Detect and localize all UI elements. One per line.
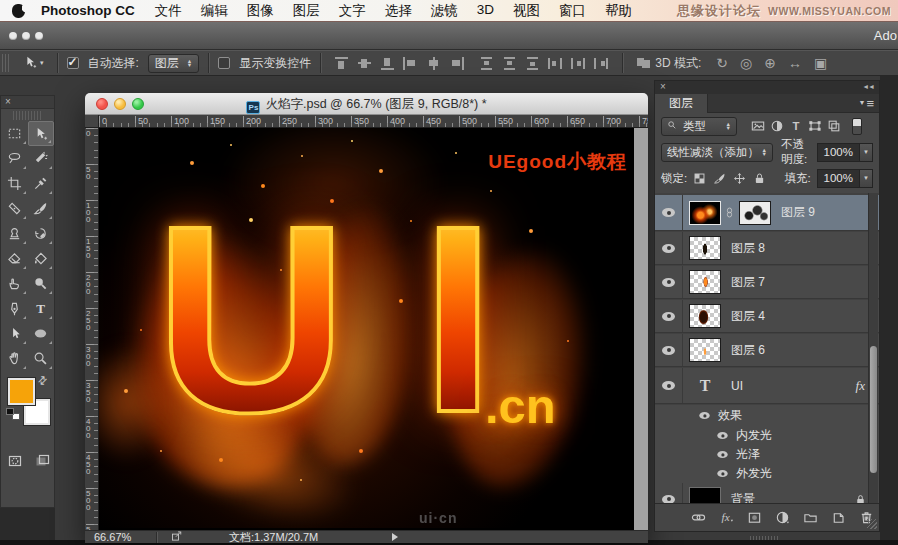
layer-row-1[interactable]: 图层 8 [655,232,879,265]
magic-wand-tool[interactable] [28,146,54,171]
screen-mode-tool[interactable] [29,448,55,473]
lasso-tool[interactable] [2,146,28,171]
tools-panel-grip[interactable] [13,111,42,120]
layer-style-button[interactable]: fx [719,510,734,525]
visibility-eye-icon[interactable] [699,412,709,419]
spot-healing-tool[interactable] [2,196,28,221]
3d-rotate-icon[interactable]: ↻ [716,56,728,70]
menu-item-5[interactable]: 选择 [385,2,412,20]
layers-scrollbar[interactable] [868,193,878,505]
window-dot-1[interactable] [9,32,17,40]
mask-link-icon[interactable] [724,206,735,219]
auto-select-target-dropdown[interactable]: 图层 ▲▼ [148,54,199,73]
layer-row-9[interactable]: 外发光 [655,464,879,483]
visibility-eye-icon[interactable] [717,470,727,477]
menu-app-name[interactable]: Photoshop CC [41,3,135,18]
lock-position-icon[interactable] [733,172,746,185]
menu-item-0[interactable]: 文件 [155,2,182,20]
new-layer-button[interactable] [831,510,846,525]
close-icon[interactable]: × [660,81,666,92]
type-layer-filter-icon[interactable]: T [789,119,803,133]
menu-item-3[interactable]: 图层 [293,2,320,20]
filter-toggle[interactable] [852,118,862,135]
options-bar-grip[interactable] [2,54,10,72]
layer-thumbnail[interactable] [689,201,721,225]
layer-row-2[interactable]: 图层 7 [655,266,879,299]
align-bottom-icon[interactable] [380,57,395,70]
link-layers-button[interactable] [691,510,706,525]
opacity-input[interactable]: 100% ▼ [817,143,873,162]
visibility-eye-icon[interactable] [662,278,675,287]
align-left-icon[interactable] [403,57,418,70]
tab-layers[interactable]: 图层 [655,94,708,113]
panel-resize-grip[interactable] [867,519,877,529]
new-group-button[interactable] [803,510,818,525]
quick-mask-tool[interactable] [2,448,28,473]
layer-name[interactable]: 图层 6 [731,342,765,359]
layer-thumbnail[interactable] [689,236,721,260]
close-icon[interactable]: × [5,96,11,107]
lock-transparency-icon[interactable] [693,172,706,185]
layer-row-10[interactable]: 背景 [655,483,879,505]
zoom-level[interactable]: 66.67% [94,531,142,543]
smudge-tool[interactable] [2,271,28,296]
menu-item-2[interactable]: 图像 [247,2,274,20]
rectangular-marquee-tool[interactable] [2,121,28,146]
panel-menu-icon[interactable]: ▼≡ [858,96,874,111]
share-icon[interactable] [171,530,183,544]
layer-mask-thumbnail[interactable] [739,201,771,225]
horizontal-ruler[interactable]: 0501001502002503003504004505005506006507… [85,115,648,128]
crop-tool[interactable] [2,171,28,196]
eyedropper-tool[interactable] [28,171,54,196]
ellipse-tool[interactable] [28,321,54,346]
filter-type-dropdown[interactable]: 类型 ▲▼ [661,117,737,136]
3d-roll-icon[interactable]: ◎ [740,56,752,70]
layer-thumbnail[interactable] [689,338,721,362]
default-colors-icon[interactable] [6,408,20,420]
menu-item-9[interactable]: 窗口 [559,2,586,20]
layer-name[interactable]: UI [731,379,743,393]
menu-item-8[interactable]: 视图 [513,2,540,20]
layer-row-3[interactable]: 图层 4 [655,300,879,333]
dist-hcenter-icon[interactable] [571,57,586,70]
lock-all-icon[interactable] [753,172,766,185]
visibility-eye-icon[interactable] [662,244,675,253]
layer-fx-badge[interactable]: fx [856,378,865,394]
hand-tool[interactable] [2,346,28,371]
menu-item-7[interactable]: 3D [477,2,494,20]
zoom-tool[interactable] [28,346,54,371]
fill-input[interactable]: 100% ▼ [817,169,873,188]
collapse-panel-icon[interactable]: ◄◄ [862,81,874,93]
clone-stamp-tool[interactable] [2,221,28,246]
window-dot-2[interactable] [22,32,30,40]
menu-item-10[interactable]: 帮助 [605,2,632,20]
align-hcenter-icon[interactable] [426,57,441,70]
type-tool[interactable]: T [28,296,54,321]
layer-row-5[interactable]: TUIfx [655,368,879,404]
status-options-arrow-icon[interactable] [392,533,398,541]
dodge-tool[interactable] [28,271,54,296]
layer-thumbnail[interactable] [689,304,721,328]
3d-scale-icon[interactable]: ▣ [814,56,827,70]
layer-name[interactable]: 外发光 [736,465,772,482]
layer-row-8[interactable]: 光泽 [655,445,879,464]
visibility-eye-icon[interactable] [662,208,675,217]
chevron-down-icon[interactable]: ▼ [859,143,873,162]
dist-vcenter-icon[interactable] [502,57,517,70]
move-tool-preset[interactable]: ▾ [19,53,48,74]
history-brush-tool[interactable] [28,221,54,246]
smart-object-filter-icon[interactable] [827,119,841,133]
layer-row-0[interactable]: 图层 9 [655,195,879,231]
layer-name[interactable]: 图层 9 [781,204,815,221]
layer-row-4[interactable]: 图层 6 [655,334,879,367]
paint-bucket-tool[interactable] [28,246,54,271]
window-dot-3[interactable] [35,32,43,40]
path-selection-tool[interactable] [2,321,28,346]
align-vcenter-icon[interactable] [357,57,372,70]
align-right-icon[interactable] [449,57,464,70]
layer-name[interactable]: 图层 7 [731,274,765,291]
chevron-down-icon[interactable]: ▼ [859,169,873,188]
layer-name[interactable]: 光泽 [736,446,760,463]
move-tool[interactable] [28,121,54,146]
layer-thumbnail[interactable] [689,270,721,294]
